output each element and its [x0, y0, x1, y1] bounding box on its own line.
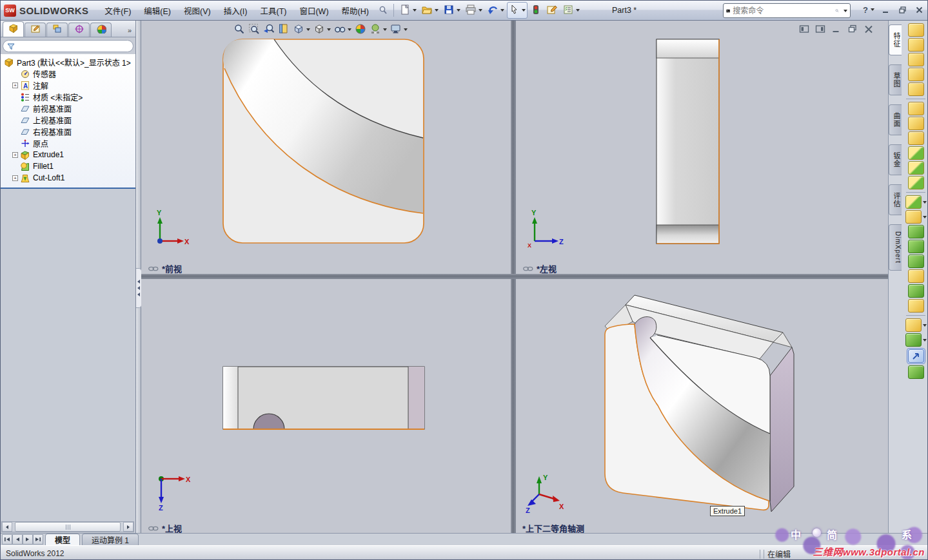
lofted-boss-button[interactable] — [908, 68, 924, 81]
tree-item-annotations[interactable]: +A注解 — [1, 79, 135, 91]
toolbar-tab-3[interactable]: 钣金 — [889, 144, 902, 175]
model-left-view[interactable] — [516, 21, 888, 274]
viewport-front[interactable]: Y X *前视 — [141, 21, 511, 274]
boundary-cut-button[interactable] — [908, 176, 924, 189]
dropdown-caret-icon[interactable] — [522, 9, 526, 12]
tree-item-extrude[interactable]: +Extrude1 — [1, 149, 135, 160]
open-button[interactable] — [419, 2, 440, 19]
tab-feature-manager[interactable] — [3, 21, 24, 37]
draft-button[interactable] — [908, 240, 924, 253]
scroll-right-button[interactable] — [123, 522, 133, 532]
zoom-fit-button[interactable] — [233, 23, 246, 37]
fillet-button[interactable] — [905, 195, 927, 209]
undo-button[interactable] — [485, 2, 506, 19]
model-isometric-view[interactable] — [516, 279, 888, 533]
zoom-area-button[interactable] — [248, 23, 261, 37]
rebuild-button[interactable] — [528, 2, 544, 19]
search-icon[interactable] — [835, 6, 839, 15]
tree-item-plane-6[interactable]: 右视基准面 — [1, 126, 135, 137]
extruded-boss-button[interactable] — [908, 23, 924, 37]
options-button[interactable] — [544, 2, 560, 19]
revolved-cut-button[interactable] — [908, 131, 924, 145]
dropdown-caret-icon[interactable] — [923, 324, 927, 327]
view-settings-button[interactable] — [390, 23, 408, 37]
model-front-view[interactable] — [141, 21, 511, 274]
viewport-left[interactable]: Y Z X *左视 — [516, 21, 888, 274]
doc-pane-left-button[interactable] — [799, 24, 809, 36]
mirror-button[interactable] — [908, 299, 924, 313]
tab-configuration-manager[interactable] — [46, 23, 68, 37]
save-button[interactable] — [441, 2, 462, 19]
viewport-top[interactable]: X Z *上视 — [141, 279, 511, 533]
dropdown-caret-icon[interactable] — [327, 28, 331, 31]
dropdown-caret-icon[interactable] — [457, 9, 460, 12]
hide-show-items-button[interactable] — [333, 23, 352, 37]
instant3d-button[interactable] — [907, 348, 925, 364]
dome-button[interactable] — [908, 284, 924, 298]
lofted-cut-button[interactable] — [908, 161, 924, 175]
dropdown-caret-icon[interactable] — [306, 28, 310, 31]
search-box[interactable] — [723, 3, 851, 18]
model-top-view[interactable] — [141, 279, 511, 533]
dropdown-caret-icon[interactable] — [413, 9, 417, 12]
doc-pane-right-button[interactable] — [815, 24, 825, 36]
scrollbar-track[interactable] — [12, 522, 123, 532]
tab-overflow-chevron-icon[interactable]: » — [128, 26, 134, 37]
left-view-label[interactable]: *左视 — [522, 262, 557, 274]
first-tab-button[interactable] — [2, 534, 12, 545]
print-button[interactable] — [463, 2, 484, 19]
rib-button[interactable] — [908, 225, 924, 238]
last-tab-button[interactable] — [33, 534, 43, 545]
isometric-view-label[interactable]: *上下二等角轴测 — [522, 522, 584, 533]
scroll-left-button[interactable] — [2, 522, 12, 532]
menu-item-0[interactable]: 文件(F) — [98, 1, 137, 20]
extruded-cut-button[interactable] — [908, 102, 924, 115]
viewport-divider-horizontal[interactable] — [141, 274, 888, 279]
minimize-button[interactable] — [880, 4, 891, 15]
toolbar-tab-5[interactable]: DimXpert — [889, 224, 902, 271]
hole-wizard-button[interactable] — [908, 117, 924, 130]
front-view-label[interactable]: *前视 — [148, 262, 182, 274]
edit-appearance-button[interactable] — [354, 23, 367, 37]
tab-display-manager[interactable] — [90, 23, 112, 37]
expand-toggle[interactable]: + — [12, 175, 18, 181]
tree-item-fillet[interactable]: Fillet1 — [1, 160, 135, 172]
search-input[interactable] — [733, 6, 833, 15]
dropdown-caret-icon[interactable] — [479, 9, 482, 12]
wrap-button[interactable] — [908, 269, 924, 283]
doc-close-button[interactable] — [864, 24, 874, 36]
display-style-button[interactable] — [313, 23, 331, 37]
tree-filter[interactable] — [3, 40, 133, 52]
panel-horizontal-scrollbar[interactable] — [1, 521, 134, 532]
viewport-isometric[interactable]: Extrude1 Y X Z *上下二等角轴测 — [516, 279, 888, 533]
dropdown-caret-icon[interactable] — [923, 216, 927, 218]
tab-property-manager[interactable] — [25, 23, 46, 37]
toolbar-tab-0[interactable]: 特征 — [889, 24, 902, 55]
swept-cut-button[interactable] — [908, 146, 924, 160]
curves-button[interactable] — [905, 333, 927, 347]
menu-item-4[interactable]: 工具(T) — [253, 1, 293, 20]
doc-minimize-button[interactable] — [831, 24, 842, 36]
restore-button[interactable] — [896, 4, 908, 15]
task-list-button[interactable] — [560, 2, 582, 19]
help-button[interactable]: ? — [863, 4, 874, 15]
search-dropdown-icon[interactable] — [844, 10, 847, 12]
reference-geometry-button[interactable] — [905, 318, 927, 332]
dropdown-caret-icon[interactable] — [923, 201, 927, 204]
dropdown-caret-icon[interactable] — [435, 9, 439, 12]
toolbar-tab-2[interactable]: 曲面 — [889, 104, 902, 135]
menu-item-1[interactable]: 编辑(E) — [137, 1, 177, 20]
dropdown-caret-icon[interactable] — [923, 339, 927, 342]
select-button[interactable] — [507, 2, 528, 19]
expand-toggle[interactable]: + — [12, 82, 18, 88]
dropdown-caret-icon[interactable] — [576, 9, 580, 12]
view-orientation-button[interactable] — [292, 23, 311, 37]
panel-splitter[interactable] — [136, 21, 141, 533]
dropdown-caret-icon[interactable] — [404, 28, 408, 31]
menu-item-6[interactable]: 帮助(H) — [335, 1, 375, 20]
top-view-label[interactable]: *上视 — [148, 522, 182, 533]
swept-boss-button[interactable] — [908, 53, 924, 66]
bottom-tab-1[interactable]: 运动算例 1 — [82, 534, 139, 545]
toolbar-tab-4[interactable]: 评估 — [889, 184, 902, 215]
prev-tab-button[interactable] — [12, 534, 23, 545]
